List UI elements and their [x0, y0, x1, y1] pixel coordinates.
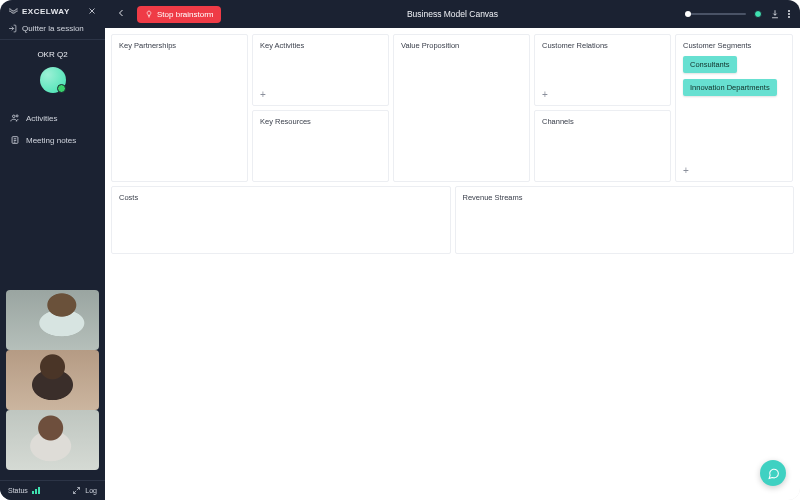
cell-title: Costs	[119, 193, 443, 202]
chat-fab[interactable]	[760, 460, 786, 486]
sidebar: EXCELWAY Quitter la session OKR Q2 Activ…	[0, 0, 105, 500]
cell-title: Channels	[542, 117, 663, 126]
sticky-note[interactable]: Innovation Departments	[683, 79, 777, 96]
video-participants	[6, 290, 99, 470]
presence-indicator	[754, 10, 762, 18]
sidebar-nav: Activities Meeting notes	[0, 101, 105, 151]
page-title: Business Model Canvas	[407, 9, 498, 19]
cell-revenue-streams[interactable]: Revenue Streams	[455, 186, 795, 254]
svg-point-0	[13, 115, 16, 118]
cell-title: Key Resources	[260, 117, 381, 126]
sticky-note[interactable]: Consultants	[683, 56, 737, 73]
download-icon[interactable]	[770, 9, 780, 19]
brand-logo-icon	[8, 6, 18, 16]
people-icon	[10, 113, 20, 123]
chat-icon	[767, 467, 780, 480]
sidebar-item-activities[interactable]: Activities	[0, 107, 105, 129]
topbar: Stop brainstorm Business Model Canvas	[105, 0, 800, 28]
log-label: Log	[85, 487, 97, 494]
main: Stop brainstorm Business Model Canvas Ke…	[105, 0, 800, 500]
zoom-slider[interactable]	[688, 13, 746, 15]
canvas: Key Partnerships Key Activities + Key Re…	[105, 28, 800, 500]
sidebar-item-meeting-notes[interactable]: Meeting notes	[0, 129, 105, 151]
slider-thumb[interactable]	[685, 11, 691, 17]
cell-key-activities[interactable]: Key Activities +	[252, 34, 389, 106]
back-button[interactable]	[115, 5, 127, 23]
cell-costs[interactable]: Costs	[111, 186, 451, 254]
brand-name: EXCELWAY	[22, 7, 70, 16]
exit-icon	[8, 24, 17, 33]
cell-title: Revenue Streams	[463, 193, 787, 202]
expand-icon	[72, 486, 81, 495]
cell-title: Key Activities	[260, 41, 381, 50]
signal-icon	[32, 487, 40, 494]
more-menu-icon[interactable]	[788, 10, 790, 18]
cell-customer-segments[interactable]: Customer Segments Consultants Innovation…	[675, 34, 793, 182]
session-title: OKR Q2	[0, 40, 105, 67]
sidebar-item-label: Meeting notes	[26, 136, 76, 145]
log-button[interactable]: Log	[72, 486, 97, 495]
cell-title: Customer Relations	[542, 41, 663, 50]
quit-session-label: Quitter la session	[22, 24, 84, 33]
bulb-icon	[145, 10, 153, 18]
notes-icon	[10, 135, 20, 145]
cell-channels[interactable]: Channels	[534, 110, 671, 182]
video-tile[interactable]	[6, 290, 99, 350]
status-label: Status	[8, 487, 28, 494]
close-icon[interactable]	[87, 6, 97, 16]
brand: EXCELWAY	[8, 6, 70, 16]
cell-customer-relations[interactable]: Customer Relations +	[534, 34, 671, 106]
sidebar-item-label: Activities	[26, 114, 58, 123]
quit-session-button[interactable]: Quitter la session	[0, 20, 105, 39]
add-card-button[interactable]: +	[542, 90, 548, 100]
cell-title: Customer Segments	[683, 41, 785, 50]
svg-point-1	[16, 115, 18, 117]
video-tile[interactable]	[6, 410, 99, 470]
cell-key-partnerships[interactable]: Key Partnerships	[111, 34, 248, 182]
cell-key-resources[interactable]: Key Resources	[252, 110, 389, 182]
status-bar: Status Log	[0, 480, 105, 500]
avatar[interactable]	[40, 67, 66, 93]
cell-title: Value Proposition	[401, 41, 522, 50]
stop-brainstorm-button[interactable]: Stop brainstorm	[137, 6, 221, 23]
video-tile[interactable]	[6, 350, 99, 410]
arrow-left-icon	[115, 7, 127, 19]
stop-brainstorm-label: Stop brainstorm	[157, 10, 213, 19]
cell-value-proposition[interactable]: Value Proposition	[393, 34, 530, 182]
add-card-button[interactable]: +	[683, 166, 689, 176]
cell-title: Key Partnerships	[119, 41, 240, 50]
add-card-button[interactable]: +	[260, 90, 266, 100]
